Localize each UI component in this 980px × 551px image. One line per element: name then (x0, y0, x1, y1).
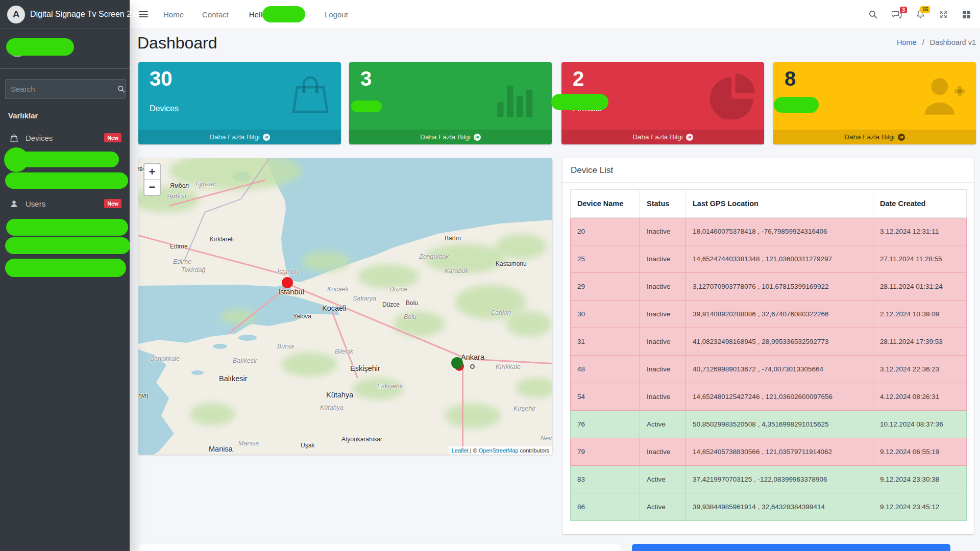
table-row[interactable]: 30Inactive39,91408920288086 , 32,6740760… (571, 300, 967, 328)
infobox-value: 30 (150, 67, 173, 90)
map[interactable]: СливенЯмболЯмболБургасEdirneEdirneKırkla… (138, 158, 552, 455)
search-button[interactable] (117, 79, 126, 99)
cell-gps: 18,01460075378418 , -76,79859924316406 (686, 218, 873, 245)
nav-link-logout[interactable]: Logout (325, 10, 348, 19)
map-place-label: Düzce (382, 301, 400, 308)
sidebar-item-devices[interactable]: Devices New (0, 129, 130, 147)
notifications-badge: 15 (920, 6, 930, 13)
zoom-in-button[interactable]: + (144, 164, 160, 180)
column-header-device-name[interactable]: Device Name (571, 190, 640, 218)
map-place-label: Düzce (389, 286, 407, 293)
cell-device-name: 54 (571, 383, 640, 411)
table-row[interactable]: 76Active50,85029983520508 , 4,3516998291… (571, 411, 967, 438)
breadcrumb-home-link[interactable]: Home (897, 38, 917, 46)
map-place-label: Bolu (404, 313, 416, 320)
redaction-blob (7, 152, 119, 167)
nav-link-contact[interactable]: Contact (202, 10, 229, 19)
table-row[interactable]: 86Active39,93844985961914 , 32,643283843… (571, 493, 967, 521)
leaflet-link[interactable]: Leaflet (452, 447, 469, 454)
table-row[interactable]: 31Inactive41,08232498168945 , 28,9953365… (571, 328, 967, 356)
breadcrumb-current: Dashboard v1 (930, 38, 976, 46)
map-place-label: Tekirdağ (181, 266, 206, 273)
map-place-label: Bursa (277, 343, 294, 350)
zoom-out-button[interactable]: − (144, 180, 160, 195)
map-place-label: Ямбол (167, 193, 186, 200)
map-place-label: Ankara (461, 353, 484, 361)
cell-date: 3.12.2024 12:31:11 (873, 218, 967, 245)
infobox-footer-label: Daha Fazla Bilgi (632, 133, 682, 141)
cell-status: Inactive (640, 383, 686, 411)
cell-date: 2.12.2024 10:39:09 (873, 300, 967, 328)
cell-status: Active (640, 493, 686, 521)
cell-status: Inactive (640, 438, 686, 466)
infobox-footer-link[interactable]: Daha Fazla Bilgi ➜ (773, 130, 976, 144)
cell-date: 3.12.2024 22:36:23 (873, 356, 967, 383)
map-place-label: Nevş (541, 435, 552, 442)
infobox-footer-link[interactable]: Daha Fazla Bilgi ➜ (138, 130, 341, 144)
pie-chart-icon (709, 72, 756, 119)
notifications-bell-icon[interactable]: 15 (916, 10, 925, 19)
cell-status: Inactive (640, 245, 686, 273)
column-header-status[interactable]: Status (640, 190, 686, 218)
lake (213, 344, 227, 349)
top-navbar: Home Contact Hello Logout 3 15 (130, 0, 980, 29)
attribution-suffix: contributors (518, 447, 549, 454)
infobox-value: 2 (573, 67, 584, 90)
cell-date: 4.12.2024 08:26:31 (873, 383, 967, 411)
bottom-card-blue-partial (632, 544, 950, 551)
column-header-gps[interactable]: Last GPS Location (686, 190, 873, 218)
ankara-city-ring[interactable] (470, 364, 475, 369)
messages-icon[interactable]: 3 (892, 10, 902, 19)
user-icon (8, 199, 19, 208)
column-header-date[interactable]: Date Created (873, 190, 967, 218)
grid-menu-icon[interactable] (962, 10, 971, 19)
redaction-blob (551, 94, 608, 110)
cell-gps: 14,652474403381348 , 121,03600311279297 (686, 245, 873, 273)
fullscreen-icon[interactable] (939, 10, 948, 19)
map-place-label: Manisa (209, 445, 233, 453)
table-row[interactable]: 20Inactive18,01460075378418 , -76,798599… (571, 218, 967, 245)
cell-date: 9.12.2024 23:30:38 (873, 466, 967, 493)
table-row[interactable]: 48Inactive40,71269989013672 , -74,007301… (571, 356, 967, 383)
sidebar-toggle-icon[interactable] (139, 10, 148, 18)
nav-link-home[interactable]: Home (163, 10, 184, 19)
infobox-devices: 30 Devices Daha Fazla Bilgi ➜ (138, 62, 341, 144)
redaction-blob (262, 6, 305, 22)
table-row[interactable]: 25Inactive14,652474403381348 , 121,03600… (571, 245, 967, 273)
cell-status: Inactive (640, 328, 686, 356)
cell-gps: 39,93844985961914 , 32,64328384399414 (686, 493, 873, 521)
brand[interactable]: A Digital Signage Tv Screen 2.6 (0, 0, 130, 29)
device-list-title: Device List (562, 158, 974, 183)
cell-device-name: 30 (571, 300, 640, 328)
infobox-footer-link[interactable]: Daha Fazla Bilgi ➜ (349, 130, 552, 144)
cell-date: 27.11.2024 11:28:55 (873, 245, 967, 273)
infobox-footer-link[interactable]: Daha Fazla Bilgi ➜ (561, 130, 764, 144)
device-table: Device Name Status Last GPS Location Dat… (570, 189, 967, 521)
ankara-marker[interactable] (451, 357, 463, 369)
navbar-search-icon[interactable] (869, 10, 877, 19)
map-place-label: Ямбол (170, 182, 189, 189)
lake (238, 335, 257, 341)
cell-status: Active (640, 411, 686, 438)
table-row[interactable]: 29Inactive3,127070903778076 , 101,678153… (571, 273, 967, 300)
cell-gps: 50,85029983520508 , 4,3516998291015625 (686, 411, 873, 438)
bottom-card-partial (139, 544, 621, 551)
table-row[interactable]: 79Inactive14,652405738830566 , 121,03579… (571, 438, 967, 466)
map-place-label: Sakarya (353, 295, 376, 302)
search-input[interactable] (5, 79, 117, 99)
infobox-footer-label: Daha Fazla Bilgi (209, 133, 259, 141)
app-logo-icon: A (7, 6, 25, 23)
map-place-label: Eskişehir (350, 364, 380, 372)
table-row[interactable]: 83Active37,4219970703125 , -122,08399963… (571, 466, 967, 493)
lake (191, 370, 204, 375)
cell-date: 9.12.2024 23:45:12 (873, 493, 967, 521)
sidebar-item-users[interactable]: Users New (0, 194, 130, 213)
istanbul-marker[interactable] (282, 277, 293, 288)
map-place-label: Μυτιλήνη (138, 392, 148, 399)
openstreetmap-link[interactable]: OpenStreetMap (479, 447, 519, 454)
cell-date: 28.11.2024 17:39:53 (873, 328, 967, 356)
table-row[interactable]: 54Inactive14,652480125427246 , 121,03602… (571, 383, 967, 411)
cell-gps: 37,4219970703125 , -122,08399963378906 (686, 466, 873, 493)
cell-status: Inactive (640, 300, 686, 328)
shopping-bag-icon (287, 70, 334, 117)
